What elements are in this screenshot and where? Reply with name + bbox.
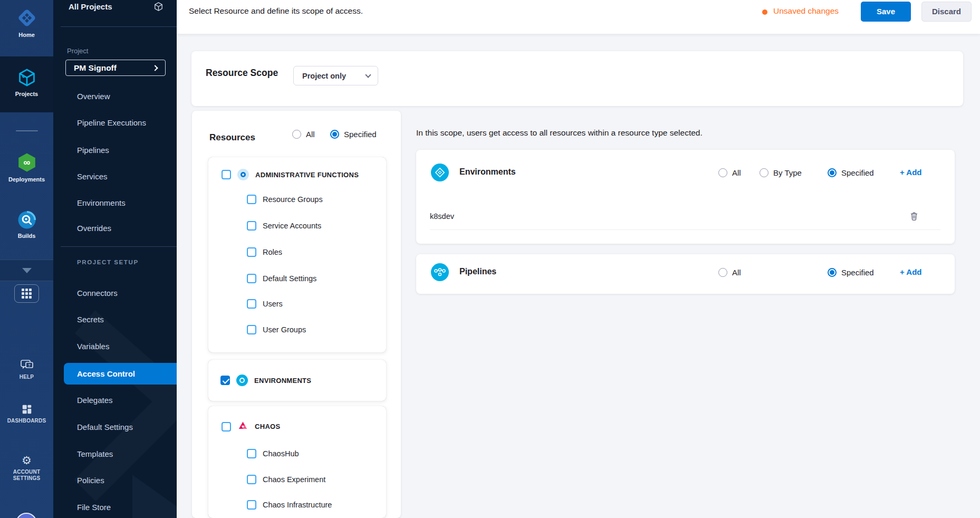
help-icon: ? (20, 359, 34, 371)
project-name: PM Signoff (74, 63, 153, 73)
nav-item-delegates[interactable]: Delegates (53, 390, 177, 411)
checkbox-chaos-experiment[interactable] (247, 475, 256, 484)
checkbox-row: Chaos Experiment (247, 475, 325, 484)
nav-item-pipelines[interactable]: Pipelines (53, 140, 177, 161)
sidebar-item-label: Projects (0, 91, 53, 97)
checkbox-users[interactable] (247, 299, 256, 309)
nav-divider (61, 246, 177, 247)
checkbox-label: User Groups (263, 325, 306, 334)
chevron-down-icon (365, 72, 371, 78)
save-button[interactable]: Save (861, 2, 911, 22)
nav-item-overview[interactable]: Overview (53, 86, 177, 107)
resource-card-title: Pipelines (459, 267, 496, 276)
sidebar-collapse-band[interactable] (0, 260, 53, 281)
sidebar-item-label: ACCOUNT SETTINGS (0, 469, 53, 482)
project-nav: All Projects Project PM Signoff Overview… (53, 0, 177, 518)
checkbox-resource-groups[interactable] (247, 195, 256, 204)
sidebar-item-label: Deployments (0, 176, 53, 183)
checkbox-label: Service Accounts (263, 222, 321, 230)
nav-divider (61, 26, 177, 27)
resource-card-pipelines: Pipelines All Specified + Add (416, 254, 955, 294)
sidebar-item-label: Builds (0, 233, 53, 239)
nav-item-access-control[interactable]: Access Control (64, 363, 177, 385)
nav-item-policies[interactable]: Policies (53, 470, 177, 491)
pipelines-add-button[interactable]: + Add (900, 267, 922, 276)
resource-card-environments: Environments All By Type Specified + Add… (416, 150, 955, 244)
user-avatar[interactable]: P (16, 513, 37, 518)
radio-icon[interactable] (718, 268, 727, 277)
group-card-administrative-functions: ADMINISTRATIVE FUNCTIONS Resource Groups… (208, 157, 386, 352)
checkbox-administrative-functions[interactable] (222, 170, 231, 179)
cube-icon[interactable] (153, 2, 164, 12)
radio-icon[interactable] (718, 168, 727, 177)
checkbox-roles[interactable] (247, 247, 256, 257)
resources-title: Resources (209, 132, 255, 143)
module-sidebar: Home Projects ∞ Deployments (0, 0, 53, 518)
nav-item-file-store[interactable]: File Store (53, 497, 177, 518)
checkbox-row: Default Settings (247, 274, 316, 283)
nav-item-environments[interactable]: Environments (53, 193, 177, 214)
checkbox-label: Roles (263, 248, 282, 256)
checkbox-label: Chaos Experiment (263, 475, 325, 484)
nav-item-secrets[interactable]: Secrets (53, 309, 177, 330)
resource-scope-label: Resource Scope (206, 68, 278, 79)
environments-radio-all[interactable]: All (718, 168, 741, 177)
radio-label: All (732, 268, 741, 277)
radio-label: Specified (841, 268, 874, 277)
radio-icon[interactable] (760, 168, 768, 177)
discard-button[interactable]: Discard (921, 2, 972, 22)
environments-radio-specified[interactable]: Specified (828, 168, 874, 177)
radio-selected-icon[interactable] (828, 268, 837, 277)
checkbox-chaos-infrastructure[interactable] (247, 500, 256, 510)
resource-scope-dropdown[interactable]: Project only (293, 66, 378, 85)
environments-icon (236, 375, 248, 386)
sidebar-item-dashboards[interactable]: DASHBOARDS (0, 404, 53, 424)
nav-item-services[interactable]: Services (53, 166, 177, 187)
chevron-down-icon (22, 268, 32, 273)
administrative-functions-icon (237, 169, 249, 180)
radio-label: By Type (773, 168, 802, 177)
group-header: CHAOS (222, 421, 280, 432)
nav-item-connectors[interactable]: Connectors (53, 283, 177, 304)
resources-radio-specified[interactable]: Specified (330, 130, 377, 139)
scope-description: In this scope, users get access to all r… (416, 128, 703, 138)
group-card-environments: ENVIRONMENTS (208, 360, 386, 401)
resource-card-title: Environments (459, 167, 516, 177)
checkbox-default-settings[interactable] (247, 274, 256, 283)
radio-icon[interactable] (292, 130, 301, 139)
environments-radio-by-type[interactable]: By Type (760, 168, 802, 177)
environments-add-button[interactable]: + Add (900, 168, 922, 177)
nav-item-variables[interactable]: Variables (53, 336, 177, 357)
svg-text:?: ? (28, 363, 31, 368)
project-selector[interactable]: PM Signoff (65, 60, 166, 76)
nav-item-overrides[interactable]: Overrides (53, 218, 177, 239)
radio-selected-icon[interactable] (828, 168, 837, 177)
nav-item-templates[interactable]: Templates (53, 444, 177, 465)
pipelines-radio-specified[interactable]: Specified (828, 268, 874, 277)
nav-item-default-settings[interactable]: Default Settings (53, 417, 177, 438)
sidebar-item-deployments[interactable]: ∞ Deployments (0, 152, 53, 183)
trash-icon[interactable] (909, 211, 919, 222)
checkbox-row: Chaos Infrastructure (247, 500, 332, 510)
apps-grid-button[interactable] (14, 284, 39, 303)
checkbox-environments-checked[interactable] (220, 376, 230, 385)
checkbox-row: ChaosHub (247, 449, 299, 458)
checkbox-chaoshub[interactable] (247, 449, 256, 458)
checkbox-label: Users (263, 300, 283, 308)
sidebar-item-label: Home (0, 32, 53, 38)
nav-title: All Projects (69, 2, 112, 11)
nav-item-pipeline-executions[interactable]: Pipeline Executions (53, 112, 177, 133)
gear-icon: ⚙ (22, 454, 32, 466)
sidebar-item-help[interactable]: ? HELP (0, 359, 53, 380)
sidebar-item-account-settings[interactable]: ⚙ ACCOUNT SETTINGS (0, 455, 53, 482)
checkbox-chaos[interactable] (222, 422, 231, 431)
resources-radio-all[interactable]: All (292, 130, 315, 139)
checkbox-user-groups[interactable] (247, 325, 256, 334)
checkbox-service-accounts[interactable] (247, 221, 256, 231)
sidebar-item-projects-content[interactable]: Projects (0, 68, 53, 97)
sidebar-item-home[interactable]: Home (0, 7, 53, 38)
sidebar-item-builds[interactable]: Builds (0, 210, 53, 239)
radio-label: All (732, 168, 741, 177)
pipelines-radio-all[interactable]: All (718, 268, 741, 277)
radio-selected-icon[interactable] (330, 130, 339, 139)
